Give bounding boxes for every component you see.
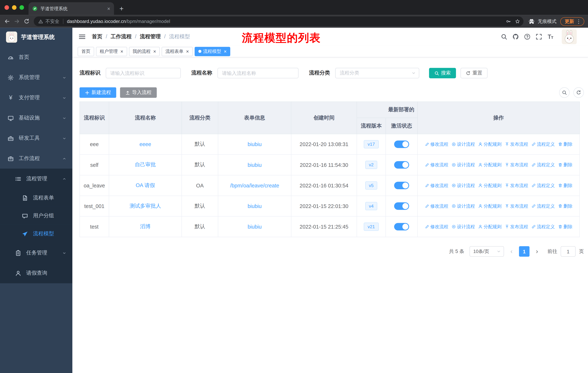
refresh-table-button[interactable] (573, 87, 584, 98)
bookmark-star-icon[interactable] (513, 17, 522, 26)
process-id-input[interactable] (106, 68, 181, 78)
delete-action[interactable]: 删除 (556, 203, 574, 209)
tag-item[interactable]: 流程模型× (194, 47, 230, 56)
form-link[interactable]: biubiu (248, 141, 262, 147)
form-link[interactable]: /bpm/oa/leave/create (230, 182, 279, 189)
sidebar-item-dev-tools[interactable]: 研发工具 (0, 128, 72, 148)
activation-toggle[interactable] (394, 182, 409, 189)
process-name-link[interactable]: 自己审批 (135, 161, 156, 168)
sidebar-item-system-management[interactable]: 系统管理 (0, 67, 72, 88)
prev-page-button[interactable]: ‹ (507, 246, 516, 257)
close-icon[interactable]: × (224, 49, 227, 54)
next-page-button[interactable]: › (533, 246, 541, 257)
assign-rule-action[interactable]: 分配规则 (476, 203, 503, 209)
close-icon[interactable]: × (186, 49, 189, 54)
process-definition-action[interactable]: 流程定义 (530, 141, 556, 148)
minimize-window-button[interactable] (12, 5, 17, 10)
process-definition-action[interactable]: 流程定义 (530, 182, 556, 189)
close-icon[interactable]: × (153, 49, 156, 54)
close-window-button[interactable] (5, 5, 9, 10)
process-definition-action[interactable]: 流程定义 (530, 162, 556, 168)
page-number-button[interactable]: 1 (519, 246, 529, 257)
design-process-action[interactable]: 设计流程 (450, 223, 476, 230)
modify-process-action[interactable]: 修改流程 (423, 203, 450, 209)
sidebar-item-workflow[interactable]: 工作流程 (0, 148, 72, 169)
sidebar-item-payment-management[interactable]: ¥支付管理 (0, 88, 72, 108)
process-name-link[interactable]: 测试多审批人 (130, 203, 161, 209)
new-tab-button[interactable]: + (116, 3, 127, 14)
browser-menu-icon[interactable]: ⋮ (577, 18, 580, 24)
close-icon[interactable]: × (120, 49, 123, 54)
process-name-link[interactable]: 滔博 (140, 223, 151, 229)
help-icon[interactable] (523, 33, 531, 41)
forward-button[interactable] (12, 17, 22, 26)
tag-item[interactable]: 首页 (78, 47, 94, 56)
reload-button[interactable] (22, 17, 31, 26)
assign-rule-action[interactable]: 分配规则 (476, 182, 503, 189)
search-button[interactable]: 搜索 (429, 68, 456, 78)
password-manager-icon[interactable] (504, 17, 513, 26)
form-link[interactable]: biubiu (248, 224, 262, 230)
reset-button[interactable]: 重置 (460, 68, 487, 78)
address-bar[interactable]: 不安全 dashboard.yudao.iocoder.cn /bpm/mana… (34, 17, 524, 26)
sidebar-item-process-management[interactable]: 流程管理 (0, 169, 72, 189)
breadcrumb-item[interactable]: 首页 (92, 33, 102, 40)
sidebar-item-leave-query[interactable]: 请假查询 (0, 263, 72, 283)
assign-rule-action[interactable]: 分配规则 (476, 223, 503, 230)
tag-item[interactable]: 流程表单× (162, 47, 193, 56)
delete-action[interactable]: 删除 (556, 141, 574, 148)
process-name-input[interactable] (217, 68, 298, 78)
delete-action[interactable]: 删除 (556, 182, 574, 189)
modify-process-action[interactable]: 修改流程 (423, 162, 450, 168)
page-size-select[interactable]: 10条/页 (470, 246, 504, 257)
process-name-link[interactable]: eeee (139, 141, 151, 147)
process-name-link[interactable]: OA 请假 (136, 182, 155, 188)
activation-toggle[interactable] (394, 161, 409, 169)
sidebar-item-process-model[interactable]: 流程模型 (0, 225, 72, 243)
delete-action[interactable]: 删除 (556, 162, 574, 168)
modify-process-action[interactable]: 修改流程 (423, 141, 450, 148)
process-definition-action[interactable]: 流程定义 (530, 223, 556, 230)
import-process-button[interactable]: 导入流程 (120, 87, 157, 98)
font-size-icon[interactable] (546, 33, 555, 41)
design-process-action[interactable]: 设计流程 (450, 203, 476, 209)
publish-process-action[interactable]: 发布流程 (503, 203, 530, 209)
update-chip[interactable]: 更新 ⋮ (560, 17, 584, 26)
publish-process-action[interactable]: 发布流程 (503, 141, 530, 148)
form-link[interactable]: biubiu (248, 162, 262, 168)
goto-page-input[interactable] (561, 246, 576, 257)
browser-tab[interactable]: 芋道管理系统 × (28, 2, 114, 15)
sidebar-logo[interactable]: 芋道管理系统 (0, 28, 72, 46)
breadcrumb-item[interactable]: 工作流程 (102, 33, 132, 40)
form-link[interactable]: biubiu (248, 203, 262, 209)
activation-toggle[interactable] (394, 223, 409, 230)
activation-toggle[interactable] (394, 202, 409, 210)
publish-process-action[interactable]: 发布流程 (503, 162, 530, 168)
delete-action[interactable]: 删除 (556, 223, 574, 230)
sidebar-item-process-form[interactable]: 流程表单 (0, 189, 72, 207)
assign-rule-action[interactable]: 分配规则 (476, 162, 503, 168)
publish-process-action[interactable]: 发布流程 (503, 223, 530, 230)
github-icon[interactable] (511, 33, 520, 41)
breadcrumb-item[interactable]: 流程管理 (132, 33, 161, 40)
sidebar-item-task-management[interactable]: 任务管理 (0, 243, 72, 263)
sidebar-item-infrastructure[interactable]: 基础设施 (0, 108, 72, 128)
publish-process-action[interactable]: 发布流程 (503, 182, 530, 189)
user-avatar[interactable] (562, 29, 577, 44)
category-select[interactable]: 流程分类 (335, 68, 419, 78)
create-process-button[interactable]: 新建流程 (79, 87, 116, 98)
back-button[interactable] (2, 17, 12, 26)
tag-item[interactable]: 我的流程× (129, 47, 160, 56)
design-process-action[interactable]: 设计流程 (450, 182, 476, 189)
modify-process-action[interactable]: 修改流程 (423, 223, 450, 230)
assign-rule-action[interactable]: 分配规则 (476, 141, 503, 148)
tag-item[interactable]: 租户管理× (96, 47, 127, 56)
collapse-sidebar-icon[interactable] (78, 33, 86, 40)
zoom-window-button[interactable] (20, 5, 24, 10)
toggle-search-button[interactable] (559, 87, 570, 98)
design-process-action[interactable]: 设计流程 (450, 162, 476, 168)
process-definition-action[interactable]: 流程定义 (530, 203, 556, 209)
modify-process-action[interactable]: 修改流程 (423, 182, 450, 189)
sidebar-item-user-group[interactable]: 用户分组 (0, 207, 72, 225)
design-process-action[interactable]: 设计流程 (450, 141, 476, 148)
